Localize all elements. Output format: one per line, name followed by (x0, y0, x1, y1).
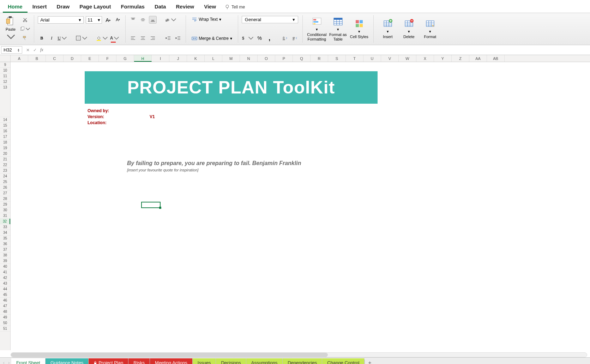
borders-button[interactable] (76, 34, 88, 42)
insert-cells-button[interactable]: ▾ Insert (377, 18, 398, 40)
column-header[interactable]: B (28, 55, 46, 62)
row-header[interactable]: 23 (0, 168, 10, 174)
name-box[interactable]: H32 ▲▼ (1, 46, 22, 54)
row-header[interactable]: 15 (0, 123, 10, 128)
number-format-select[interactable]: General▾ (242, 16, 298, 23)
row-header[interactable]: 31 (0, 213, 10, 219)
row-header[interactable]: 22 (0, 162, 10, 168)
row-header[interactable]: 24 (0, 174, 10, 179)
column-header[interactable]: E (81, 55, 99, 62)
row-header[interactable]: 44 (0, 286, 10, 292)
align-bottom-icon[interactable] (149, 16, 157, 24)
italic-button[interactable]: I (48, 34, 55, 42)
column-header[interactable]: M (222, 55, 240, 62)
column-header[interactable]: K (187, 55, 205, 62)
tab-nav-prev-icon[interactable] (1, 360, 6, 364)
copy-icon[interactable] (20, 25, 30, 33)
column-header[interactable]: P (275, 55, 293, 62)
row-header[interactable]: 45 (0, 292, 10, 298)
row-header[interactable]: 50 (0, 320, 10, 326)
underline-button[interactable]: U (58, 34, 67, 42)
accounting-format-icon[interactable]: $ (242, 34, 254, 42)
decrease-indent-icon[interactable] (164, 34, 172, 42)
row-header[interactable]: 35 (0, 236, 10, 241)
column-header[interactable]: X (416, 55, 434, 62)
align-left-icon[interactable] (129, 34, 137, 42)
row-header[interactable]: 14 (0, 117, 10, 123)
format-cells-button[interactable]: ▾ Format (420, 18, 441, 40)
row-header[interactable]: 36 (0, 241, 10, 247)
row-header[interactable]: 21 (0, 157, 10, 162)
sheet-tab-front-sheet[interactable]: Front Sheet (11, 358, 46, 364)
horizontal-scrollbar[interactable] (11, 352, 587, 357)
paste-button[interactable]: Paste (6, 16, 16, 42)
font-name-select[interactable]: Arial▾ (38, 16, 84, 24)
column-header[interactable]: Q (293, 55, 311, 62)
format-painter-icon[interactable] (20, 34, 30, 42)
accept-formula-icon[interactable]: ✓ (33, 48, 37, 53)
fill-handle[interactable] (159, 207, 161, 209)
ribbon-tab-view[interactable]: View (199, 1, 221, 13)
sheet-tab-meeting-actions[interactable]: Meeting Actions (150, 358, 193, 364)
row-header[interactable]: 39 (0, 258, 10, 264)
column-header[interactable]: N (240, 55, 258, 62)
column-header[interactable]: Y (434, 55, 452, 62)
tab-nav-next-icon[interactable] (6, 360, 11, 364)
column-header[interactable]: W (399, 55, 416, 62)
increase-font-icon[interactable]: A▴ (104, 16, 112, 24)
sheet-tab-project-plan[interactable]: Project Plan (89, 358, 128, 364)
column-header[interactable]: H (134, 55, 152, 62)
column-header[interactable]: I (152, 55, 169, 62)
cells-area[interactable]: PROJECT PLAN ToolKit Owned by: Version:V… (11, 62, 590, 350)
align-right-icon[interactable] (149, 34, 157, 42)
ribbon-tab-formulas[interactable]: Formulas (116, 1, 150, 13)
row-header[interactable]: 49 (0, 315, 10, 320)
row-header[interactable]: 11 (0, 73, 10, 79)
row-header[interactable]: 43 (0, 281, 10, 286)
sheet-tab-dependencies[interactable]: Dependencies (283, 358, 322, 364)
column-header[interactable]: D (64, 55, 81, 62)
row-header[interactable]: 20 (0, 151, 10, 157)
increase-decimal-icon[interactable]: .0.00 (281, 34, 289, 42)
fill-color-button[interactable] (96, 34, 108, 42)
column-header[interactable]: T (346, 55, 363, 62)
row-header[interactable]: 17 (0, 134, 10, 140)
column-header[interactable]: S (328, 55, 346, 62)
merge-centre-button[interactable]: Merge & Centre▾ (189, 35, 234, 42)
align-middle-icon[interactable] (139, 16, 147, 24)
sheet-tab-risks[interactable]: Risks (128, 358, 150, 364)
column-header[interactable]: J (169, 55, 187, 62)
delete-cells-button[interactable]: ▾ Delete (398, 18, 420, 40)
ribbon-tab-data[interactable]: Data (150, 1, 171, 13)
row-header[interactable]: 12 (0, 79, 10, 85)
row-header[interactable]: 51 (0, 326, 10, 332)
column-header[interactable]: Z (452, 55, 469, 62)
ribbon-tab-page-layout[interactable]: Page Layout (74, 1, 116, 13)
fx-icon[interactable]: fx (40, 47, 43, 53)
column-header[interactable]: G (116, 55, 134, 62)
sheet-tab-assumptions[interactable]: Assumptions (246, 358, 283, 364)
row-header[interactable]: 16 (0, 128, 10, 134)
column-header[interactable]: AB (487, 55, 505, 62)
sheet-tab-change-control[interactable]: Change Control (322, 358, 365, 364)
ribbon-tab-review[interactable]: Review (171, 1, 199, 13)
bold-button[interactable]: B (38, 34, 46, 42)
conditional-formatting-button[interactable]: ▾ Conditional Formatting (306, 16, 327, 42)
cancel-formula-icon[interactable]: ✕ (26, 48, 30, 53)
increase-indent-icon[interactable] (174, 34, 182, 42)
row-header[interactable]: 33 (0, 224, 10, 230)
sheet-tab-decisions[interactable]: Decisions (216, 358, 246, 364)
column-header[interactable]: A (11, 55, 28, 62)
row-header[interactable]: 48 (0, 309, 10, 315)
column-header[interactable]: AA (469, 55, 487, 62)
font-color-button[interactable]: A (110, 34, 120, 42)
row-header[interactable]: 27 (0, 190, 10, 196)
row-header[interactable]: 9 (0, 62, 10, 68)
row-header[interactable]: 37 (0, 247, 10, 253)
row-header[interactable]: 26 (0, 185, 10, 190)
ribbon-tab-home[interactable]: Home (3, 1, 28, 13)
row-header[interactable]: 41 (0, 269, 10, 275)
orientation-button[interactable]: ab (164, 16, 176, 24)
ribbon-tab-insert[interactable]: Insert (28, 1, 52, 13)
comma-format-icon[interactable]: , (266, 34, 273, 42)
